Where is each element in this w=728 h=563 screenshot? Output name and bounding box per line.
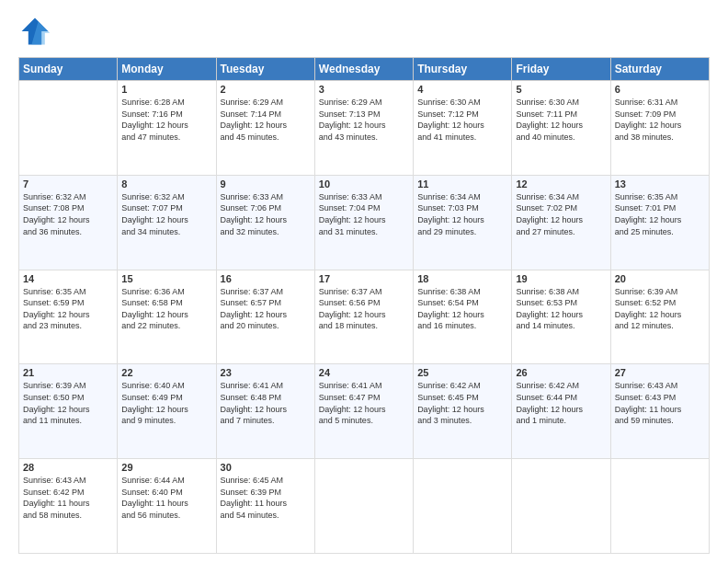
calendar-cell: 1Sunrise: 6:28 AM Sunset: 7:16 PM Daylig… (118, 81, 216, 176)
weekday-saturday: Saturday (610, 58, 709, 81)
calendar-table: SundayMondayTuesdayWednesdayThursdayFrid… (18, 57, 710, 554)
day-info: Sunrise: 6:35 AM Sunset: 7:01 PM Dayligh… (615, 191, 705, 237)
day-number: 8 (121, 178, 211, 190)
day-info: Sunrise: 6:33 AM Sunset: 7:04 PM Dayligh… (319, 191, 409, 237)
weekday-monday: Monday (118, 58, 216, 81)
weekday-header-row: SundayMondayTuesdayWednesdayThursdayFrid… (19, 58, 710, 81)
calendar-cell: 26Sunrise: 6:42 AM Sunset: 6:44 PM Dayli… (512, 364, 610, 459)
day-number: 7 (23, 178, 113, 190)
day-number: 14 (23, 273, 113, 284)
day-info: Sunrise: 6:42 AM Sunset: 6:44 PM Dayligh… (516, 380, 606, 426)
calendar-cell: 9Sunrise: 6:33 AM Sunset: 7:06 PM Daylig… (216, 175, 314, 270)
weekday-sunday: Sunday (19, 58, 118, 81)
logo-icon (18, 15, 51, 48)
calendar-cell: 12Sunrise: 6:34 AM Sunset: 7:02 PM Dayli… (512, 175, 610, 270)
day-info: Sunrise: 6:36 AM Sunset: 6:58 PM Dayligh… (121, 286, 211, 332)
week-row-4: 21Sunrise: 6:39 AM Sunset: 6:50 PM Dayli… (19, 364, 710, 459)
calendar-cell: 3Sunrise: 6:29 AM Sunset: 7:13 PM Daylig… (314, 81, 413, 176)
day-number: 9 (221, 178, 311, 190)
day-info: Sunrise: 6:32 AM Sunset: 7:08 PM Dayligh… (23, 191, 113, 237)
weekday-wednesday: Wednesday (314, 58, 413, 81)
weekday-friday: Friday (512, 58, 610, 81)
header (18, 15, 710, 48)
calendar-cell: 17Sunrise: 6:37 AM Sunset: 6:56 PM Dayli… (314, 270, 413, 364)
day-number: 13 (615, 178, 705, 190)
week-row-5: 28Sunrise: 6:43 AM Sunset: 6:42 PM Dayli… (19, 459, 710, 554)
day-number: 12 (516, 178, 606, 190)
day-number: 15 (121, 273, 211, 284)
calendar-cell (610, 459, 709, 554)
day-info: Sunrise: 6:34 AM Sunset: 7:03 PM Dayligh… (417, 191, 507, 237)
day-number: 2 (221, 84, 311, 95)
day-number: 21 (23, 367, 113, 378)
day-number: 29 (121, 462, 211, 473)
day-number: 11 (417, 178, 507, 190)
calendar-cell: 30Sunrise: 6:45 AM Sunset: 6:39 PM Dayli… (216, 459, 314, 554)
calendar-cell: 5Sunrise: 6:30 AM Sunset: 7:11 PM Daylig… (512, 81, 610, 176)
day-number: 4 (417, 84, 507, 95)
calendar-cell: 2Sunrise: 6:29 AM Sunset: 7:14 PM Daylig… (216, 81, 314, 176)
weekday-thursday: Thursday (414, 58, 512, 81)
day-info: Sunrise: 6:43 AM Sunset: 6:43 PM Dayligh… (615, 380, 705, 426)
calendar-cell: 18Sunrise: 6:38 AM Sunset: 6:54 PM Dayli… (414, 270, 512, 364)
day-info: Sunrise: 6:28 AM Sunset: 7:16 PM Dayligh… (121, 97, 211, 143)
weekday-tuesday: Tuesday (216, 58, 314, 81)
day-number: 20 (615, 273, 705, 284)
calendar-cell: 6Sunrise: 6:31 AM Sunset: 7:09 PM Daylig… (610, 81, 709, 176)
day-info: Sunrise: 6:39 AM Sunset: 6:50 PM Dayligh… (23, 380, 113, 426)
page: SundayMondayTuesdayWednesdayThursdayFrid… (0, 0, 728, 563)
calendar-cell: 24Sunrise: 6:41 AM Sunset: 6:47 PM Dayli… (314, 364, 413, 459)
day-number: 26 (516, 367, 606, 378)
day-number: 1 (121, 84, 211, 95)
calendar-cell: 21Sunrise: 6:39 AM Sunset: 6:50 PM Dayli… (19, 364, 118, 459)
calendar-cell: 22Sunrise: 6:40 AM Sunset: 6:49 PM Dayli… (118, 364, 216, 459)
calendar-cell: 4Sunrise: 6:30 AM Sunset: 7:12 PM Daylig… (414, 81, 512, 176)
calendar-cell (314, 459, 413, 554)
day-info: Sunrise: 6:32 AM Sunset: 7:07 PM Dayligh… (121, 191, 211, 237)
day-number: 6 (615, 84, 705, 95)
day-info: Sunrise: 6:30 AM Sunset: 7:12 PM Dayligh… (417, 97, 507, 143)
day-number: 5 (516, 84, 606, 95)
day-number: 16 (221, 273, 311, 284)
calendar-cell: 13Sunrise: 6:35 AM Sunset: 7:01 PM Dayli… (610, 175, 709, 270)
day-info: Sunrise: 6:38 AM Sunset: 6:53 PM Dayligh… (516, 286, 606, 332)
day-info: Sunrise: 6:30 AM Sunset: 7:11 PM Dayligh… (516, 97, 606, 143)
day-number: 19 (516, 273, 606, 284)
calendar-cell: 8Sunrise: 6:32 AM Sunset: 7:07 PM Daylig… (118, 175, 216, 270)
calendar-cell: 28Sunrise: 6:43 AM Sunset: 6:42 PM Dayli… (19, 459, 118, 554)
day-number: 24 (319, 367, 409, 378)
day-info: Sunrise: 6:31 AM Sunset: 7:09 PM Dayligh… (615, 97, 705, 143)
calendar-cell: 25Sunrise: 6:42 AM Sunset: 6:45 PM Dayli… (414, 364, 512, 459)
day-number: 3 (319, 84, 409, 95)
day-number: 27 (615, 367, 705, 378)
day-number: 22 (121, 367, 211, 378)
week-row-2: 7Sunrise: 6:32 AM Sunset: 7:08 PM Daylig… (19, 175, 710, 270)
day-number: 25 (417, 367, 507, 378)
calendar-cell: 11Sunrise: 6:34 AM Sunset: 7:03 PM Dayli… (414, 175, 512, 270)
calendar-cell: 16Sunrise: 6:37 AM Sunset: 6:57 PM Dayli… (216, 270, 314, 364)
day-info: Sunrise: 6:34 AM Sunset: 7:02 PM Dayligh… (516, 191, 606, 237)
calendar-cell: 20Sunrise: 6:39 AM Sunset: 6:52 PM Dayli… (610, 270, 709, 364)
day-info: Sunrise: 6:39 AM Sunset: 6:52 PM Dayligh… (615, 286, 705, 332)
day-info: Sunrise: 6:38 AM Sunset: 6:54 PM Dayligh… (417, 286, 507, 332)
calendar-cell: 29Sunrise: 6:44 AM Sunset: 6:40 PM Dayli… (118, 459, 216, 554)
day-number: 28 (23, 462, 113, 473)
calendar-cell (414, 459, 512, 554)
day-info: Sunrise: 6:29 AM Sunset: 7:13 PM Dayligh… (319, 97, 409, 143)
day-number: 23 (221, 367, 311, 378)
day-info: Sunrise: 6:43 AM Sunset: 6:42 PM Dayligh… (23, 475, 113, 521)
week-row-1: 1Sunrise: 6:28 AM Sunset: 7:16 PM Daylig… (19, 81, 710, 176)
day-info: Sunrise: 6:41 AM Sunset: 6:47 PM Dayligh… (319, 380, 409, 426)
day-number: 30 (221, 462, 311, 473)
calendar-cell: 7Sunrise: 6:32 AM Sunset: 7:08 PM Daylig… (19, 175, 118, 270)
day-info: Sunrise: 6:40 AM Sunset: 6:49 PM Dayligh… (121, 380, 211, 426)
day-info: Sunrise: 6:44 AM Sunset: 6:40 PM Dayligh… (121, 475, 211, 521)
day-info: Sunrise: 6:42 AM Sunset: 6:45 PM Dayligh… (417, 380, 507, 426)
day-number: 18 (417, 273, 507, 284)
calendar-cell (19, 81, 118, 176)
calendar-cell: 19Sunrise: 6:38 AM Sunset: 6:53 PM Dayli… (512, 270, 610, 364)
day-info: Sunrise: 6:37 AM Sunset: 6:57 PM Dayligh… (221, 286, 311, 332)
calendar-cell: 27Sunrise: 6:43 AM Sunset: 6:43 PM Dayli… (610, 364, 709, 459)
day-info: Sunrise: 6:37 AM Sunset: 6:56 PM Dayligh… (319, 286, 409, 332)
calendar-cell: 23Sunrise: 6:41 AM Sunset: 6:48 PM Dayli… (216, 364, 314, 459)
